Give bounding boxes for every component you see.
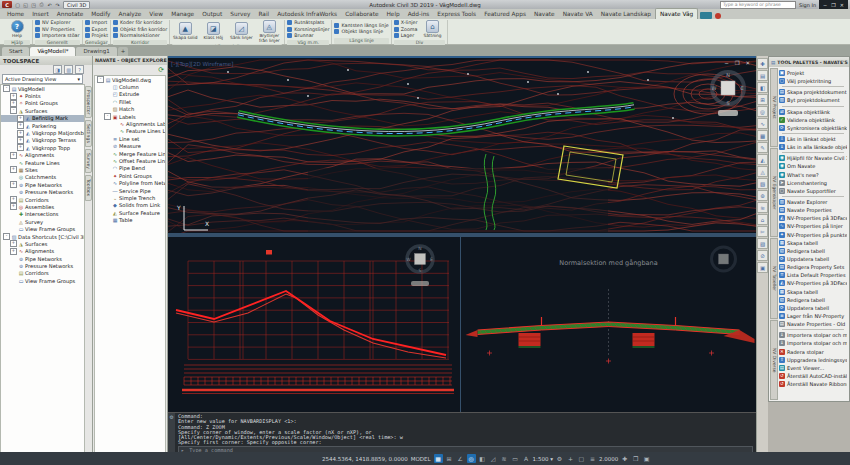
status-toggle-icon[interactable]: ≡ [588, 454, 597, 463]
explorer-item-fillet[interactable]: ◠Fillet [95, 98, 165, 105]
prospector-item-pipe-networks[interactable]: ⊚Pipe Networks [1, 255, 84, 262]
close-icon[interactable]: ✕ [840, 2, 844, 8]
palette-item-nv-properties-p-linjer[interactable]: ∿NV-Properties på linjer [779, 222, 847, 230]
status-toggle-icon[interactable]: ▦ [434, 454, 443, 463]
ribbon-tab-navate-landskap[interactable]: Navate Landskap [597, 9, 655, 19]
ribbon-tab-output[interactable]: Output [198, 9, 226, 19]
palette-item-uppgradera-ledningssystem[interactable]: ⇧Uppgradera ledningssystem [779, 356, 847, 364]
palette-item-uppdatera-tabell[interactable]: ⟳Uppdatera tabell [779, 304, 847, 312]
status-toggle-icon[interactable]: ◎ [467, 454, 476, 463]
prospector-item-catchments[interactable]: ◎Catchments [1, 174, 84, 181]
expand-icon[interactable]: + [17, 130, 24, 137]
prospector-item-survey[interactable]: ◬Survey [1, 218, 84, 225]
command-window[interactable]: ⚙ Command:Enter new value for NAVBARDISP… [168, 412, 756, 452]
prospector-item-sites[interactable]: +▦Sites [1, 166, 84, 173]
palette-item-terst-ll-autocad-inst-llningar[interactable]: ↺Återställ AutoCAD-inställningar [779, 372, 847, 380]
prospector-item-befintlig-mark[interactable]: +◭Befintlig Mark [1, 115, 84, 122]
plan-viewport[interactable]: Y X N E S W [-][Top][2D Wireframe] − ❐ ✕ [168, 56, 756, 233]
ribbon-group-label[interactable]: Längs linje [334, 38, 388, 44]
status-toggle-icon[interactable]: + [566, 454, 575, 463]
ribbon-tab-modify[interactable]: Modify [87, 9, 114, 19]
prospector-item-pressure-networks[interactable]: ⊚Pressure Networks [1, 262, 84, 269]
palette-item-lager-fr-n-nv-property[interactable]: ≣Lager från NV-Property [779, 312, 847, 320]
prospector-item-alignments[interactable]: +∿Alignments [1, 248, 84, 255]
object-explorer-header[interactable]: NAVATE - OBJECT EXPLORER [93, 56, 167, 65]
toolspace-icon-1[interactable]: ◨ [53, 65, 62, 74]
ribbon-button-nv-explorer[interactable]: NV Explorer [35, 20, 80, 26]
prospector-item-pressure-networks[interactable]: ⊚Pressure Networks [1, 188, 84, 195]
expand-icon[interactable]: + [10, 196, 17, 203]
prospector-item-v-gkropp-terrass[interactable]: +◭Vägkropp Terrass [1, 137, 84, 144]
status-toggle-icon[interactable]: ≋ [500, 454, 509, 463]
palette-item-validera-objektl-nk[interactable]: ✓Validera objektlänk [779, 116, 847, 124]
explorer-item-v-gmodell-dwg[interactable]: -▤VägModell.dwg [95, 76, 165, 83]
prospector-item-feature-lines[interactable]: ∿Feature Lines [1, 159, 84, 166]
ribbon-tab-rail[interactable]: Rail [254, 9, 273, 19]
ribbon-button-kantsten-l-ngs-linje[interactable]: Kantsten längs linje [334, 22, 388, 28]
ribbon-button-objekt-fr-n-korridor[interactable]: Objekt från korridor [113, 27, 167, 33]
palette-item-lista-default-properties[interactable]: ≡Lista Default Properties [779, 271, 847, 279]
expand-icon[interactable]: + [10, 203, 17, 210]
status-toggle-icon[interactable]: A [522, 454, 531, 463]
prospector-item-v-gkropp-topp[interactable]: +◭Vägkropp Topp [1, 144, 84, 151]
expand-icon[interactable]: + [17, 137, 24, 144]
explorer-item-pipe-bend[interactable]: ◠Pipe Bend [95, 165, 165, 172]
ribbon-button-koder-f-r-korridor[interactable]: Koder för korridor [113, 20, 167, 26]
palette-item-navate-supportfiler[interactable]: ▢Navate Supportfiler [779, 187, 847, 195]
ribbon-button-normalsektioner[interactable]: Normalsektioner [113, 33, 167, 39]
palette-item-byt-projektdokument[interactable]: ▥Byt projektdokument [779, 96, 847, 104]
status-value[interactable]: 1:500 ▾ [533, 456, 553, 462]
expand-icon[interactable]: + [17, 122, 24, 129]
file-tab-start[interactable]: Start [2, 47, 29, 56]
toolbar-icon-2[interactable]: ◧ [757, 82, 768, 93]
toolbar-icon-6[interactable]: ▦ [757, 130, 768, 141]
palette-item-importera-stolpar-och-m-tningar[interactable]: ⇓Importera stolpar och mätningar... [779, 339, 847, 347]
expand-icon[interactable]: + [10, 100, 17, 107]
file-tab-v-gmodell[interactable]: VägModell* [30, 47, 75, 56]
prospector-item-points[interactable]: +✦Points [1, 92, 84, 99]
palette-item-v-lj-projektritning[interactable]: ▢Välj projektritning [779, 77, 847, 85]
toolspace-tab-toolbox[interactable]: Toolbox [85, 175, 92, 200]
toolbar-icon-9[interactable]: ◬ [757, 166, 768, 177]
toolbar-icon-12[interactable]: ≋ [757, 202, 768, 213]
toolbar-icon-14[interactable]: ✂ [757, 226, 768, 237]
palette-item-skapa-tabell[interactable]: ▦Skapa tabell [779, 239, 847, 247]
palette-item-redigera-tabell[interactable]: ▧Redigera tabell [779, 296, 847, 304]
signin-label[interactable]: Sign In [799, 2, 816, 8]
toolbar-icon-0[interactable]: ✚ [757, 58, 768, 69]
prospector-item-parkering[interactable]: +◭Parkering [1, 122, 84, 129]
toolbar-icon-5[interactable]: ∿ [757, 118, 768, 129]
toolbar-icon-8[interactable]: ◭ [757, 154, 768, 165]
prospector-item-data-shortcuts-c-civil-3d-projects[interactable]: -▨Data Shortcuts [C:\Civil 3D Projects] [1, 233, 84, 240]
ribbon-button-brunnar[interactable]: Brunnar [287, 33, 329, 39]
prospector-item-assemblies[interactable]: +◎Assemblies [1, 203, 84, 210]
ribbon-tab-collaborate[interactable]: Collaborate [341, 9, 382, 19]
explorer-item-service-pipe[interactable]: ―Service Pipe [95, 187, 165, 194]
expand-icon[interactable]: + [17, 144, 24, 151]
file-tab-drawing1[interactable]: Drawing1 [76, 47, 116, 56]
prospector-item-point-groups[interactable]: +✧Point Groups [1, 100, 84, 107]
navbar-button[interactable] [718, 110, 738, 116]
drawing-window-controls[interactable]: − ❐ ✕ [724, 60, 752, 66]
toolbar-icon-15[interactable]: ▨ [757, 238, 768, 249]
ribbon-button-objekt-l-ngs-linje[interactable]: Objekt längs linje [334, 29, 388, 35]
ribbon-bigbutton-skapa-solid[interactable]: ▲Skapa solid [172, 22, 198, 41]
new-icon[interactable]: ▢ [14, 1, 21, 8]
viewcube[interactable] [712, 247, 736, 271]
profile-viewport[interactable]: N E S W [168, 237, 461, 412]
palette-item-navate-properties-old[interactable]: ▤Navate Properties - Old [779, 320, 847, 328]
palette-item-terst-ll-navate-ribbons[interactable]: ↺Återställ Navate Ribbons [779, 380, 847, 388]
ribbon-tab-featured-apps[interactable]: Featured Apps [480, 9, 530, 19]
palette-item-what-s-new[interactable]: ◉What's new? [779, 171, 847, 179]
toolspace-tab-settings[interactable]: Settings [85, 120, 92, 147]
maximize-icon[interactable]: ❐ [831, 2, 835, 8]
ribbon-tab-express-tools[interactable]: Express Tools [433, 9, 480, 19]
toolbar-icon-4[interactable]: ◎ [757, 106, 768, 117]
palette-item-om-navate[interactable]: ◉Om Navate [779, 162, 847, 170]
ribbon-tab-view[interactable]: View [145, 9, 167, 19]
palette-item-licenshantering[interactable]: ➤Licenshantering [779, 179, 847, 187]
ribbon-button-import[interactable]: Import [85, 20, 109, 26]
expand-icon[interactable]: + [10, 240, 17, 247]
explorer-item-simple-trench[interactable]: ⌄Simple Trench [95, 194, 165, 201]
palette-tab-nv-projekt[interactable]: NV Projekt [770, 68, 778, 147]
